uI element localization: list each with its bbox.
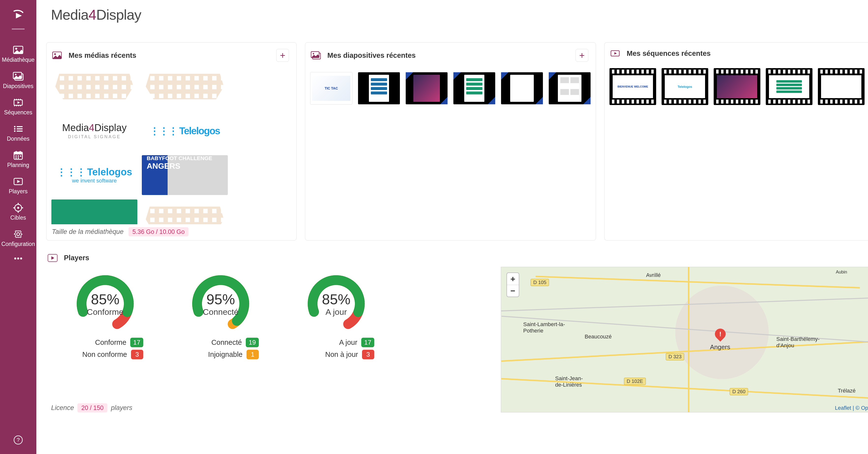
help-icon: ? [13, 436, 24, 444]
nav-planning[interactable]: Planning [0, 147, 36, 173]
map-marker-icon[interactable] [715, 329, 726, 343]
svg-rect-8 [18, 99, 19, 100]
road-badge: D 260 [730, 388, 748, 395]
app-logo-icon[interactable] [9, 6, 27, 24]
slide-thumb[interactable] [501, 72, 543, 105]
svg-rect-26 [20, 155, 21, 157]
licence-value: 20 / 150 [78, 403, 107, 413]
image-icon [52, 51, 62, 60]
sequence-thumb[interactable]: BIENVENUE WELCOME [610, 68, 656, 105]
slide-thumb[interactable]: TIC TAC [310, 72, 352, 105]
svg-rect-28 [18, 158, 19, 159]
map-place: Avrillé [646, 272, 661, 278]
media-thumb[interactable] [51, 199, 137, 224]
svg-rect-12 [18, 105, 19, 106]
nav-donnees[interactable]: Données [0, 120, 36, 147]
players-map[interactable]: D 105 D 323 D 102E D 260 Avrillé Aubin S… [501, 267, 868, 413]
player-icon [13, 177, 24, 186]
licence-label: Licence [51, 404, 74, 412]
nav-label: Cibles [10, 215, 26, 221]
zoom-in-button[interactable]: + [507, 273, 519, 285]
svg-rect-21 [14, 152, 22, 154]
count-badge: 3 [362, 350, 374, 359]
gauge-label: Conforme [76, 307, 135, 317]
legend-good: A jour 17 [298, 338, 374, 347]
gauge-chart: 85% Conforme [76, 274, 135, 333]
svg-point-31 [17, 207, 19, 209]
svg-rect-10 [14, 105, 15, 106]
sidebar: Médiathèque Diapositives Séquences Donné… [0, 0, 36, 454]
svg-rect-17 [17, 129, 23, 130]
media-thumb[interactable] [142, 199, 228, 224]
slide-thumb[interactable] [358, 72, 400, 105]
svg-rect-23 [20, 151, 21, 153]
svg-point-43 [54, 53, 56, 55]
sequence-thumb[interactable] [818, 68, 865, 105]
zoom-out-button[interactable]: − [507, 285, 519, 296]
map-place: Aubin [836, 269, 847, 275]
slides-icon [13, 72, 24, 80]
card-players: Players 85% Conforme Conforme 17 Non con… [46, 248, 868, 413]
map-attribution[interactable]: Leaflet | © Op [835, 405, 868, 411]
nav-sequences[interactable]: Séquences [0, 94, 36, 120]
svg-rect-13 [20, 105, 21, 106]
count-badge: 1 [247, 350, 259, 359]
media-thumb[interactable]: ⋮⋮⋮Telelogoswe invent software [51, 155, 137, 195]
nav-label: Séquences [4, 109, 32, 116]
map-place: Angers [710, 343, 730, 351]
svg-point-38 [17, 257, 19, 259]
sequence-thumb[interactable] [766, 68, 812, 105]
svg-rect-25 [18, 155, 19, 157]
count-badge: 17 [130, 338, 143, 347]
image-icon [13, 46, 24, 54]
nav-help[interactable]: ? [0, 433, 36, 447]
nav-more[interactable] [0, 252, 36, 265]
legend-bad: Non à jour 3 [298, 350, 374, 359]
count-badge: 3 [131, 350, 143, 359]
gauge-1: 95% Connecté Connecté 19 Injoignable 1 [177, 274, 265, 396]
licence-footer: Licence 20 / 150 players [46, 396, 493, 413]
nav-label: Players [9, 188, 28, 195]
nav-diapositives[interactable]: Diapositives [0, 68, 36, 94]
gauge-chart: 85% A jour [307, 274, 366, 333]
add-slide-button[interactable]: + [576, 49, 588, 62]
slides-row: TIC TAC [305, 67, 596, 110]
sequences-row: BIENVENUE WELCOME Telelogos [604, 63, 868, 110]
card-title: Players [64, 254, 89, 262]
road-badge: D 102E [624, 378, 646, 385]
media-thumb[interactable] [51, 67, 137, 107]
slide-thumb[interactable] [405, 72, 448, 105]
card-recent-media: Mes médias récents + Media4DisplayDIGITA… [46, 42, 297, 240]
svg-point-4 [15, 74, 17, 75]
legend-bad: Non conforme 3 [67, 350, 143, 359]
svg-point-39 [20, 257, 22, 259]
svg-point-36 [17, 233, 20, 236]
sequence-thumb[interactable]: Telelogos [661, 68, 708, 105]
sequence-thumb[interactable] [714, 68, 761, 105]
slide-thumb[interactable] [549, 72, 591, 105]
media-thumb[interactable]: ⋮⋮⋮Telelogos [142, 111, 228, 151]
svg-rect-15 [17, 126, 23, 127]
media-thumb[interactable]: Media4DisplayDIGITAL SIGNAGE [51, 111, 137, 151]
sequence-icon [610, 49, 620, 58]
svg-rect-32 [18, 203, 19, 205]
svg-text:?: ? [17, 437, 20, 443]
svg-rect-7 [16, 99, 17, 100]
svg-point-1 [15, 48, 17, 50]
nav-mediatheque[interactable]: Médiathèque [0, 41, 36, 68]
slide-thumb[interactable] [453, 72, 495, 105]
media-thumb[interactable] [142, 67, 228, 107]
header: Media4Display [36, 0, 868, 29]
svg-point-16 [14, 128, 16, 130]
nav-label: Configuration [1, 241, 35, 248]
svg-rect-27 [16, 158, 17, 159]
nav-cibles[interactable]: Cibles [0, 199, 36, 226]
svg-point-14 [14, 126, 16, 127]
media-size-value: 5.36 Go / 10.00 Go [128, 227, 189, 236]
media-thumb[interactable]: BABYFOOT CHALLENGEANGERS [142, 155, 228, 195]
nav-players[interactable]: Players [0, 173, 36, 199]
nav-configuration[interactable]: Configuration [0, 226, 36, 252]
svg-rect-34 [13, 207, 15, 208]
media-grid: Media4DisplayDIGITAL SIGNAGE ⋮⋮⋮Telelogo… [46, 67, 297, 224]
add-media-button[interactable]: + [276, 49, 289, 62]
